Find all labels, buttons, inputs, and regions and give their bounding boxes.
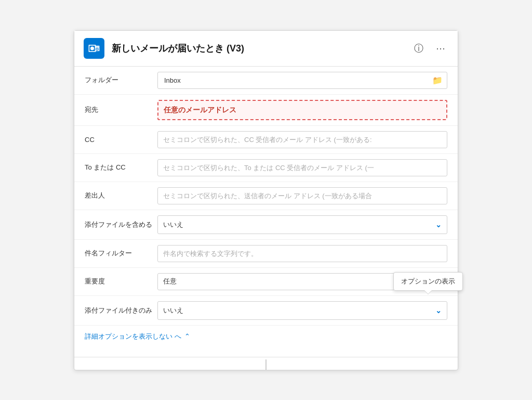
only-with-attachment-row: 添付ファイル付きのみ いいえ ⌄ — [74, 296, 458, 326]
to-label: 宛先 — [85, 105, 157, 114]
only-with-attachment-control: いいえ ⌄ — [157, 301, 447, 320]
svg-point-3 — [90, 46, 94, 50]
folder-icon[interactable]: 📁 — [432, 75, 443, 85]
has-attachment-row: 添付ファイルを含める いいえ ⌄ — [74, 210, 458, 240]
has-attachment-value: いいえ — [163, 220, 435, 229]
folder-input-wrapper[interactable]: 📁 — [157, 72, 447, 89]
header-actions: ⓘ ⋯ — [411, 40, 448, 57]
from-input[interactable] — [157, 187, 447, 204]
from-control — [157, 187, 447, 204]
card-header: O 新しいメールが届いたとき (V3) ⓘ ⋯ — [74, 31, 458, 67]
chevron-down-icon: ⌄ — [435, 221, 442, 229]
chevron-down-icon-2: ⌄ — [435, 306, 442, 315]
cc-control — [157, 131, 447, 148]
only-with-attachment-label: 添付ファイル付きのみ — [85, 306, 157, 315]
outlook-icon: O — [84, 38, 104, 59]
trigger-card: O 新しいメールが届いたとき (V3) ⓘ ⋯ フォルダー 📁 — [74, 30, 458, 370]
subject-filter-row: 件名フィルター — [74, 240, 458, 268]
footer-link-text: 詳細オプションを表示しない — [85, 332, 172, 340]
help-button[interactable]: ⓘ — [411, 40, 427, 57]
more-icon: ⋯ — [436, 43, 445, 54]
divider-line — [265, 359, 267, 370]
to-or-cc-row: To または CC — [74, 154, 458, 182]
importance-row: 重要度 オプションの表示 — [74, 268, 458, 296]
to-or-cc-label: To または CC — [85, 163, 157, 172]
card-title: 新しいメールが届いたとき (V3) — [112, 42, 411, 55]
folder-input[interactable] — [162, 72, 432, 88]
subject-filter-input[interactable] — [157, 245, 447, 262]
to-field-text: 任意のメールアドレス — [164, 106, 236, 114]
footer-link-row: 詳細オプションを表示しない へ ⌃ — [74, 326, 458, 350]
more-button[interactable]: ⋯ — [433, 41, 448, 56]
to-or-cc-control — [157, 159, 447, 176]
chevron-up-icon: ⌃ — [184, 332, 190, 340]
from-label: 差出人 — [85, 191, 157, 200]
from-row: 差出人 — [74, 182, 458, 210]
to-row: 宛先 任意のメールアドレス — [74, 95, 458, 126]
to-or-cc-input[interactable] — [157, 159, 447, 176]
to-control: 任意のメールアドレス — [157, 100, 447, 120]
importance-label: 重要度 — [85, 277, 157, 286]
subject-filter-label: 件名フィルター — [85, 249, 157, 258]
only-with-attachment-dropdown[interactable]: いいえ ⌄ — [157, 301, 447, 320]
folder-label: フォルダー — [85, 75, 157, 85]
bottom-divider — [74, 357, 458, 370]
has-attachment-control: いいえ ⌄ — [157, 215, 447, 234]
has-attachment-label: 添付ファイルを含める — [85, 220, 157, 229]
footer-link-suffix: へ — [175, 332, 181, 340]
hide-advanced-options-link[interactable]: 詳細オプションを表示しない へ — [85, 332, 181, 341]
to-field-wrapper[interactable]: 任意のメールアドレス — [157, 100, 447, 120]
cc-row: CC — [74, 126, 458, 154]
only-with-attachment-value: いいえ — [163, 306, 435, 315]
cc-label: CC — [85, 136, 157, 144]
has-attachment-dropdown[interactable]: いいえ ⌄ — [157, 215, 447, 234]
cc-input[interactable] — [157, 131, 447, 148]
folder-control: 📁 — [157, 72, 447, 89]
options-tooltip: オプションの表示 — [393, 272, 463, 291]
tooltip-text: オプションの表示 — [401, 277, 455, 285]
folder-row: フォルダー 📁 — [74, 67, 458, 95]
svg-text:O: O — [96, 46, 99, 51]
help-icon: ⓘ — [414, 43, 423, 54]
card-body: フォルダー 📁 宛先 任意のメールアドレス CC — [74, 67, 458, 355]
subject-filter-control — [157, 245, 447, 262]
